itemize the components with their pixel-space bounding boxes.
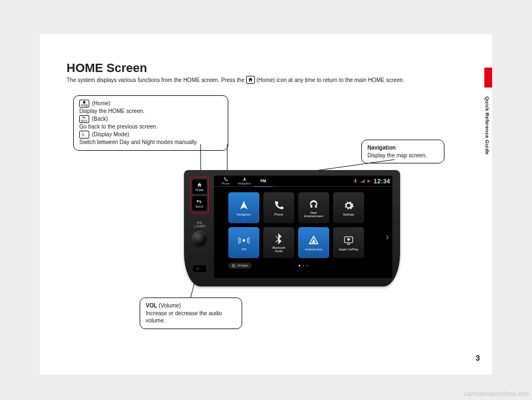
tab-phone[interactable]: Phone bbox=[216, 176, 235, 187]
svg-point-14 bbox=[233, 264, 234, 264]
tab-phone-label: Phone bbox=[222, 182, 229, 185]
callout-volume: VOL (Volume) Increase or decrease the au… bbox=[140, 298, 242, 329]
app-grid: Navigation Phone RearEntertainment Setti… bbox=[214, 187, 392, 260]
physical-button-group: HOME BACK bbox=[190, 177, 209, 213]
app-apple-carplay[interactable]: Apple CarPlay bbox=[333, 227, 364, 258]
headphones-icon bbox=[308, 198, 320, 210]
gear-icon bbox=[342, 199, 355, 212]
svg-point-0 bbox=[82, 134, 84, 135]
vol-title: VOL bbox=[146, 302, 157, 309]
mode-label: (Display Mode) bbox=[90, 131, 129, 137]
tab-fm-label: FM bbox=[260, 179, 266, 183]
app-cp-label: Apple CarPlay bbox=[339, 248, 358, 252]
vol-title-suffix: (Volume) bbox=[157, 302, 181, 309]
carplay-icon bbox=[342, 234, 355, 247]
navigation-icon bbox=[238, 199, 250, 212]
app-bt-label: BluetoothAudio bbox=[272, 247, 285, 253]
chevron-right-icon[interactable]: › bbox=[386, 231, 389, 243]
tab-navigation[interactable]: Navigation bbox=[235, 176, 254, 187]
back-button-label: BACK bbox=[196, 205, 203, 208]
display-mode-button[interactable] bbox=[193, 265, 206, 272]
svg-point-19 bbox=[232, 266, 233, 266]
app-navigation-label: Navigation bbox=[237, 213, 251, 217]
app-rear-entertainment[interactable]: RearEntertainment bbox=[298, 192, 329, 223]
nav-title: Navigation bbox=[367, 145, 396, 151]
page-number: 3 bbox=[475, 353, 480, 362]
tab-nav-label: Navigation bbox=[238, 182, 251, 185]
callout-physical-buttons: HOME (Home) Display the HOME screen. BAC… bbox=[73, 95, 228, 151]
svg-point-13 bbox=[232, 264, 233, 264]
app-aa-label: Android Auto bbox=[305, 248, 323, 252]
svg-point-15 bbox=[234, 264, 235, 264]
app-fm-label: FM bbox=[242, 248, 246, 252]
page-subhead: The system displays various functions fr… bbox=[66, 76, 405, 84]
radio-icon bbox=[238, 234, 250, 247]
android-auto-icon bbox=[308, 234, 320, 247]
svg-rect-12 bbox=[347, 243, 350, 244]
home-button-label: HOME bbox=[196, 188, 204, 192]
mode-desc: Switch between Day and Night modes manua… bbox=[79, 139, 222, 146]
svg-point-9 bbox=[197, 268, 198, 269]
home-desc: Display the HOME screen. bbox=[79, 107, 222, 115]
subhead-after: (Home) icon at any time to return to the… bbox=[255, 77, 405, 83]
app-phone[interactable]: Phone bbox=[263, 192, 294, 223]
volume-knob[interactable] bbox=[192, 231, 207, 247]
touchscreen[interactable]: Phone Navigation FM ▶ 12:34 bbox=[214, 176, 392, 278]
grid-icon bbox=[232, 264, 236, 268]
nav-desc: Display the map screen. bbox=[367, 152, 427, 158]
subhead-before: The system displays various functions fr… bbox=[66, 77, 246, 83]
watermark: carmanualsonline.info bbox=[464, 390, 529, 398]
bluetooth-icon bbox=[353, 179, 357, 183]
svg-point-17 bbox=[233, 265, 234, 265]
all-apps-label: All Apps bbox=[237, 264, 248, 267]
back-desc: Go back to the previous screen. bbox=[79, 123, 222, 131]
vol-desc: Increase or decrease the audio volume. bbox=[146, 310, 222, 324]
svg-point-16 bbox=[232, 265, 233, 265]
tab-bar: Phone Navigation FM ▶ 12:34 bbox=[214, 176, 392, 187]
status-bar: ▶ 12:34 bbox=[353, 178, 390, 184]
bezel-left: HOME BACK VOL ◯AUDIO bbox=[188, 177, 211, 260]
side-title: Quick Reference Guide bbox=[484, 96, 490, 155]
app-phone-label: Phone bbox=[274, 213, 283, 217]
app-settings-label: Settings bbox=[343, 213, 354, 217]
manual-page: Quick Reference Guide 3 HOME Screen The … bbox=[40, 34, 492, 375]
signal-icon bbox=[360, 179, 365, 183]
home-icon-inline bbox=[246, 76, 255, 84]
page-title: HOME Screen bbox=[66, 61, 147, 75]
app-fm[interactable]: FM bbox=[228, 227, 259, 258]
callout-navigation: Navigation Display the map screen. bbox=[361, 140, 444, 163]
back-icon: BACK bbox=[79, 115, 89, 123]
home-icon: HOME bbox=[79, 100, 89, 107]
bluetooth-audio-icon bbox=[273, 233, 285, 245]
home-button[interactable]: HOME bbox=[192, 180, 207, 194]
screen-footer: All Apps bbox=[214, 260, 392, 270]
svg-point-21 bbox=[234, 266, 235, 266]
svg-point-18 bbox=[234, 265, 235, 265]
clock: 12:34 bbox=[374, 178, 390, 184]
svg-point-10 bbox=[243, 239, 245, 242]
display-mode-icon bbox=[79, 131, 89, 139]
play-icon: ▶ bbox=[367, 178, 371, 183]
app-settings[interactable]: Settings bbox=[333, 192, 364, 223]
tab-fm[interactable]: FM bbox=[254, 176, 273, 187]
app-navigation[interactable]: Navigation bbox=[228, 192, 259, 223]
back-label: (Back) bbox=[90, 116, 108, 122]
svg-point-20 bbox=[233, 266, 234, 266]
section-tab bbox=[484, 68, 492, 88]
vol-audio-label: VOL ◯AUDIO bbox=[193, 221, 206, 228]
infotainment-unit: HOME BACK VOL ◯AUDIO Phone bbox=[184, 170, 400, 286]
app-bluetooth-audio[interactable]: BluetoothAudio bbox=[263, 227, 294, 258]
back-button[interactable]: BACK bbox=[192, 196, 207, 211]
app-android-auto[interactable]: Android Auto bbox=[298, 227, 329, 258]
page-dots bbox=[298, 264, 309, 267]
all-apps-button[interactable]: All Apps bbox=[228, 263, 252, 269]
phone-icon bbox=[273, 199, 285, 212]
home-label: (Home) bbox=[90, 100, 110, 106]
app-rear-label: RearEntertainment bbox=[304, 212, 323, 218]
